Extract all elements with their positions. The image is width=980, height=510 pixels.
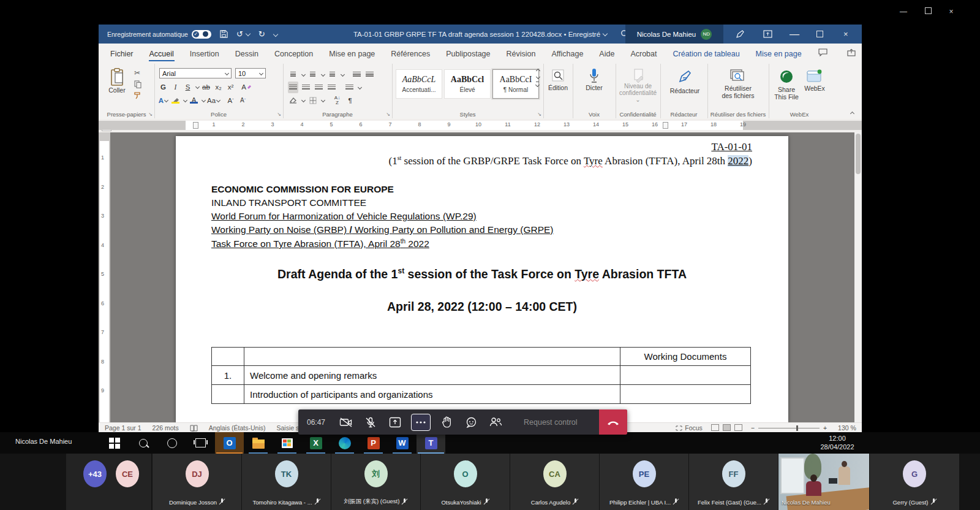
- underline-button[interactable]: S: [183, 81, 193, 93]
- shrink-font-button[interactable]: Aˇ: [238, 94, 248, 106]
- tab-accueil[interactable]: Accueil: [141, 50, 182, 64]
- participant-tile[interactable]: FF Felix Feist (Gast) (Gue...: [689, 454, 778, 510]
- taskbar-outlook[interactable]: O: [215, 432, 244, 454]
- sensitivity-button[interactable]: Niveau de confidentialité ⌄: [617, 68, 659, 103]
- tab-references[interactable]: Références: [383, 50, 438, 64]
- quick-access-chevron-icon[interactable]: [274, 29, 277, 40]
- styles-up-icon[interactable]: [536, 69, 540, 73]
- tab-insertion[interactable]: Insertion: [182, 50, 227, 64]
- underline-chevron-icon[interactable]: [195, 85, 200, 89]
- reuse-files-button[interactable]: Réutiliser des fichiers: [720, 69, 756, 99]
- tab-acrobat[interactable]: Acrobat: [622, 50, 665, 64]
- participant-tile[interactable]: PE Philipp Eichler | UBA I...: [600, 454, 688, 510]
- tab-affichage[interactable]: Affichage: [543, 50, 591, 64]
- taskbar-edge[interactable]: [330, 432, 359, 454]
- wordart-button[interactable]: A: [158, 94, 168, 106]
- tab-mise-en-page-tableau[interactable]: Mise en page: [748, 50, 810, 64]
- multilevel-list-button[interactable]: [327, 69, 337, 80]
- tab-mise-en-page[interactable]: Mise en page: [321, 50, 383, 64]
- more-actions-button[interactable]: [411, 414, 431, 431]
- tab-conception[interactable]: Conception: [266, 50, 321, 64]
- style-normal[interactable]: AaBbCcI ¶ Normal: [492, 69, 539, 99]
- taskbar-search-button[interactable]: [129, 432, 157, 454]
- read-mode-icon[interactable]: [711, 424, 719, 432]
- comments-icon[interactable]: [818, 48, 827, 56]
- tab-dessin[interactable]: Dessin: [227, 50, 266, 64]
- share-screen-icon[interactable]: [383, 417, 407, 428]
- grow-font-button[interactable]: Aˆ: [225, 94, 236, 106]
- undo-icon[interactable]: ↺: [236, 29, 250, 39]
- document-title[interactable]: TA-01-01 GRBP GRPE TF TA draft agenda se…: [353, 31, 607, 38]
- redacteur-button[interactable]: Rédacteur: [671, 69, 698, 94]
- align-left-button[interactable]: [288, 82, 298, 93]
- tab-revision[interactable]: Révision: [499, 50, 544, 64]
- edition-button[interactable]: Édition: [546, 69, 570, 93]
- sort-button[interactable]: A↓Z: [332, 94, 342, 106]
- raise-hand-icon[interactable]: [434, 416, 459, 428]
- styles-down-icon[interactable]: [536, 75, 540, 79]
- account-area[interactable]: Nicolas De Mahieu ND: [625, 25, 723, 44]
- page-count[interactable]: Page 1 sur 1: [105, 424, 141, 432]
- zoom-slider-thumb[interactable]: [796, 425, 798, 431]
- cortana-button[interactable]: [157, 432, 186, 454]
- taskbar-file-explorer[interactable]: [244, 432, 273, 454]
- scrollbar-thumb[interactable]: [856, 134, 861, 174]
- task-view-button[interactable]: [186, 432, 215, 454]
- word-minimize-icon[interactable]: —: [790, 25, 799, 44]
- font-name-combo[interactable]: Arial: [159, 68, 232, 78]
- highlight-chevron-icon[interactable]: [183, 98, 187, 102]
- share-this-file-button[interactable]: Share This File: [772, 69, 801, 101]
- clear-format-button[interactable]: A: [241, 81, 252, 93]
- maximize-window-icon[interactable]: [924, 7, 932, 16]
- copy-icon[interactable]: [134, 80, 141, 88]
- word-close-icon[interactable]: ×: [843, 25, 848, 44]
- participant-tile[interactable]: G Gerry (Guest): [870, 454, 959, 510]
- proofing-icon[interactable]: [190, 425, 198, 432]
- increase-indent-button[interactable]: [364, 69, 375, 80]
- highlight-button[interactable]: [170, 94, 181, 106]
- style-eleve[interactable]: AaBbCcl Élevé: [444, 69, 491, 99]
- vertical-ruler[interactable]: 1 2 3 4 5 6 7 8 9: [99, 132, 110, 422]
- participant-video-tile[interactable]: Nicolas De Mahieu: [778, 454, 869, 510]
- shading-button[interactable]: [288, 94, 298, 106]
- print-layout-icon[interactable]: [723, 424, 731, 432]
- strikethrough-button[interactable]: ab: [201, 81, 211, 93]
- dialog-launcher-icon[interactable]: ↘: [386, 112, 390, 117]
- focus-mode-button[interactable]: Focus: [676, 424, 703, 432]
- request-control-button[interactable]: Request control: [524, 418, 578, 427]
- cut-icon[interactable]: ✂: [134, 69, 140, 77]
- dialog-launcher-icon[interactable]: ↘: [148, 112, 153, 117]
- close-window-icon[interactable]: ×: [947, 7, 956, 16]
- web-layout-icon[interactable]: [734, 424, 742, 432]
- right-indent-marker[interactable]: [663, 122, 668, 129]
- dicter-button[interactable]: Dicter: [582, 68, 606, 93]
- zoom-out-button[interactable]: −: [751, 424, 755, 432]
- dialog-launcher-icon[interactable]: ↘: [277, 112, 281, 117]
- participants-icon[interactable]: [483, 417, 508, 427]
- indent-marker[interactable]: [193, 122, 198, 129]
- participant-tile[interactable]: 刘 刘振国 (来宾) (Guest): [331, 454, 420, 510]
- italic-button[interactable]: I: [170, 81, 181, 93]
- word-restore-icon[interactable]: [816, 25, 823, 44]
- pilcrow-button[interactable]: ¶: [345, 94, 355, 106]
- change-case-button[interactable]: Aa: [207, 94, 220, 106]
- zoom-in-button[interactable]: +: [823, 424, 827, 432]
- justify-button[interactable]: [326, 82, 337, 93]
- mic-off-icon[interactable]: [358, 417, 383, 428]
- font-color-chevron-icon[interactable]: [202, 98, 206, 102]
- participant-tile[interactable]: CA Carlos Agudelo: [510, 454, 599, 510]
- zoom-slider[interactable]: [758, 424, 820, 432]
- camera-off-icon[interactable]: [334, 417, 358, 428]
- paste-button[interactable]: Coller: [105, 68, 129, 95]
- taskbar-teams[interactable]: T: [417, 432, 445, 454]
- styles-more-icon[interactable]: [536, 82, 539, 88]
- bullet-list-button[interactable]: [288, 69, 298, 80]
- participant-tile[interactable]: DJ Dominique Josson: [153, 454, 241, 510]
- autosave-toggle[interactable]: ✓: [192, 30, 211, 39]
- line-spacing-button[interactable]: [344, 82, 355, 93]
- decrease-indent-button[interactable]: [352, 69, 362, 80]
- hang-up-button[interactable]: [599, 409, 627, 435]
- participant-tile[interactable]: TK Tomohiro Kitagawa - ...: [242, 454, 331, 510]
- style-accentuation[interactable]: AaBbCcL Accentuati...: [396, 69, 442, 99]
- word-count[interactable]: 226 mots: [153, 424, 179, 432]
